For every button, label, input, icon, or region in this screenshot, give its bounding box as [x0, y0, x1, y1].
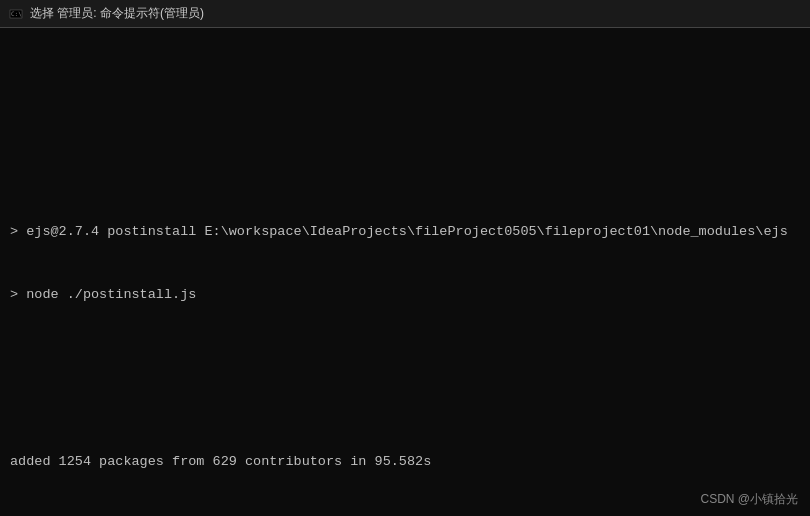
line	[10, 139, 800, 160]
svg-text:C:\: C:\	[11, 10, 22, 17]
line	[10, 369, 800, 390]
title-bar-text: 选择 管理员: 命令提示符(管理员)	[30, 5, 204, 22]
cmd-icon: C:\	[8, 6, 24, 22]
title-bar: C:\ 选择 管理员: 命令提示符(管理员)	[0, 0, 810, 28]
terminal-content: > ejs@2.7.4 postinstall E:\workspace\Ide…	[10, 76, 800, 516]
line: added 1254 packages from 629 contributor…	[10, 452, 800, 473]
line: > node ./postinstall.js	[10, 285, 800, 306]
line: > ejs@2.7.4 postinstall E:\workspace\Ide…	[10, 222, 800, 243]
terminal-body: > ejs@2.7.4 postinstall E:\workspace\Ide…	[0, 28, 810, 516]
